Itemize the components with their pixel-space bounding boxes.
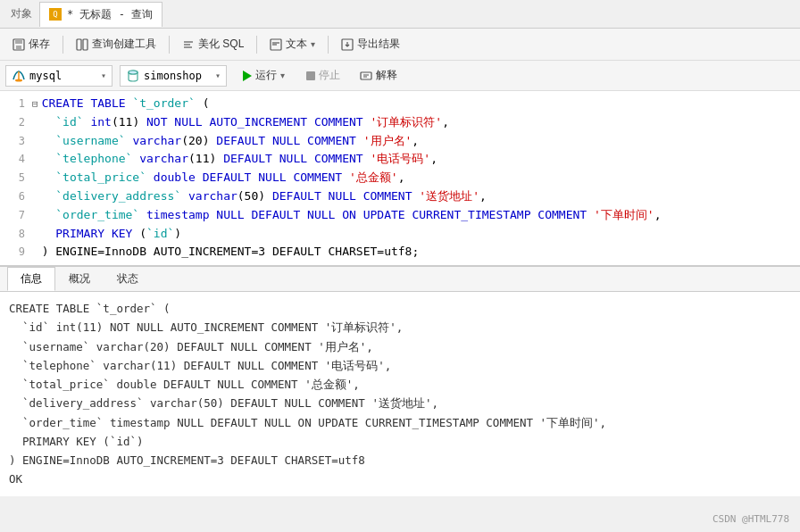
stop-button[interactable]: 停止 <box>301 65 346 86</box>
db-name-label: simonshop <box>144 70 202 82</box>
save-label: 保存 <box>29 37 50 52</box>
line-num-9: 9 <box>4 244 25 261</box>
export-label: 导出结果 <box>357 37 400 52</box>
expand-5 <box>32 170 38 187</box>
code-line-6: 6 `delivery_address` varchar(50) DEFAULT… <box>0 187 800 206</box>
query-tool-label: 查询创建工具 <box>92 37 156 52</box>
text-button[interactable]: 文本 ▾ <box>262 34 322 54</box>
separator-4 <box>328 36 329 54</box>
line-content-8: PRIMARY KEY (`id`) <box>42 225 796 244</box>
tab-info[interactable]: 信息 <box>7 267 55 291</box>
code-line-3: 3 `username` varchar(20) DEFAULT NULL CO… <box>0 132 800 151</box>
explain-label: 解释 <box>376 68 397 83</box>
line-num-4: 4 <box>4 151 25 168</box>
beautify-button[interactable]: 美化 SQL <box>175 34 251 54</box>
db-type-label: mysql <box>29 70 62 82</box>
line-num-6: 6 <box>4 188 25 205</box>
explain-icon <box>360 70 372 82</box>
query-tab-label: * 无标题 - 查询 <box>67 7 153 22</box>
beautify-label: 美化 SQL <box>198 37 244 52</box>
line-content-5: `total_price` double DEFAULT NULL COMMEN… <box>42 169 796 187</box>
expand-3 <box>32 134 38 150</box>
text-dropdown-icon: ▾ <box>311 39 315 49</box>
svg-point-15 <box>129 71 138 74</box>
title-bar: 对象 Q * 无标题 - 查询 <box>0 0 800 29</box>
line-num-5: 5 <box>4 170 25 187</box>
query-tab[interactable]: Q * 无标题 - 查询 <box>39 2 162 27</box>
bottom-content-area: CREATE TABLE `t_order` ( `id` int(11) NO… <box>0 292 800 496</box>
toolbar: 保存 查询创建工具 美化 SQL 文本 ▾ 导出结果 <box>0 29 800 61</box>
svg-rect-16 <box>361 72 371 79</box>
expand-1[interactable]: ⊟ <box>32 96 38 112</box>
line-content-2: `id` int(11) NOT NULL AUTO_INCREMENT COM… <box>42 113 796 132</box>
tab-overview[interactable]: 概况 <box>55 267 104 291</box>
line-content-6: `delivery_address` varchar(50) DEFAULT N… <box>42 187 796 206</box>
svg-rect-4 <box>83 39 88 50</box>
db-name-chevron: ▾ <box>215 71 221 80</box>
explain-button[interactable]: 解释 <box>353 65 404 86</box>
database-icon <box>126 69 140 83</box>
stop-icon <box>306 71 315 80</box>
expand-2 <box>32 115 38 131</box>
code-line-4: 4 `telephone` varchar(11) DEFAULT NULL C… <box>0 150 800 169</box>
db-type-select[interactable]: mysql ▾ <box>5 65 112 87</box>
stop-label: 停止 <box>319 68 340 83</box>
text-icon <box>270 38 282 51</box>
tab-status[interactable]: 状态 <box>104 267 152 291</box>
line-num-2: 2 <box>4 114 25 131</box>
line-num-8: 8 <box>4 226 25 243</box>
expand-9 <box>32 245 38 261</box>
code-editor[interactable]: 1 ⊟ CREATE TABLE `t_order` ( 2 `id` int(… <box>0 91 800 267</box>
line-content-4: `telephone` varchar(11) DEFAULT NULL COM… <box>42 150 796 169</box>
expand-8 <box>32 227 38 243</box>
bottom-panel: 信息 概况 状态 CREATE TABLE `t_order` ( `id` i… <box>0 267 800 496</box>
query-tool-icon <box>76 38 88 51</box>
line-num-7: 7 <box>4 207 25 224</box>
save-button[interactable]: 保存 <box>5 34 57 54</box>
run-button[interactable]: 运行 ▾ <box>234 65 294 86</box>
code-line-2: 2 `id` int(11) NOT NULL AUTO_INCREMENT C… <box>0 113 800 132</box>
code-line-8: 8 PRIMARY KEY (`id`) <box>0 225 800 244</box>
query-tool-button[interactable]: 查询创建工具 <box>69 34 163 54</box>
run-label: 运行 <box>255 68 277 83</box>
export-button[interactable]: 导出结果 <box>334 34 407 54</box>
code-line-5: 5 `total_price` double DEFAULT NULL COMM… <box>0 169 800 187</box>
play-icon <box>243 71 252 81</box>
separator-3 <box>256 36 257 54</box>
line-content-1: CREATE TABLE `t_order` ( <box>42 95 796 113</box>
separator-2 <box>169 36 170 54</box>
code-line-7: 7 `order_time` timestamp NULL DEFAULT NU… <box>0 206 800 225</box>
svg-point-13 <box>15 79 22 81</box>
line-content-7: `order_time` timestamp NULL DEFAULT NULL… <box>42 206 796 225</box>
expand-4 <box>32 152 38 168</box>
run-dropdown-icon: ▾ <box>280 71 285 80</box>
expand-6 <box>32 189 38 205</box>
query-tab-icon: Q <box>49 8 62 21</box>
line-content-9: ) ENGINE=InnoDB AUTO_INCREMENT=3 DEFAULT… <box>42 243 796 262</box>
svg-rect-2 <box>16 46 21 49</box>
db-bar: mysql ▾ simonshop ▾ 运行 ▾ 停止 解释 <box>0 61 800 91</box>
line-num-1: 1 <box>4 96 25 112</box>
text-label: 文本 <box>286 37 307 52</box>
save-icon <box>12 38 25 51</box>
watermark: CSDN @HTML778 <box>712 513 789 525</box>
code-line-9: 9 ) ENGINE=InnoDB AUTO_INCREMENT=3 DEFAU… <box>0 243 800 262</box>
expand-7 <box>32 208 38 224</box>
svg-rect-1 <box>15 39 22 44</box>
db-name-select[interactable]: simonshop ▾ <box>120 65 227 87</box>
objects-label: 对象 <box>4 6 39 21</box>
code-line-1: 1 ⊟ CREATE TABLE `t_order` ( <box>0 95 800 113</box>
line-content-3: `username` varchar(20) DEFAULT NULL COMM… <box>42 132 796 151</box>
export-icon <box>341 38 354 51</box>
line-num-3: 3 <box>4 133 25 150</box>
db-type-chevron: ▾ <box>101 71 106 80</box>
mysql-icon <box>12 69 26 83</box>
separator-1 <box>62 36 63 54</box>
svg-rect-3 <box>77 39 81 50</box>
bottom-tabs: 信息 概况 状态 <box>0 267 800 292</box>
beautify-icon <box>182 38 195 51</box>
